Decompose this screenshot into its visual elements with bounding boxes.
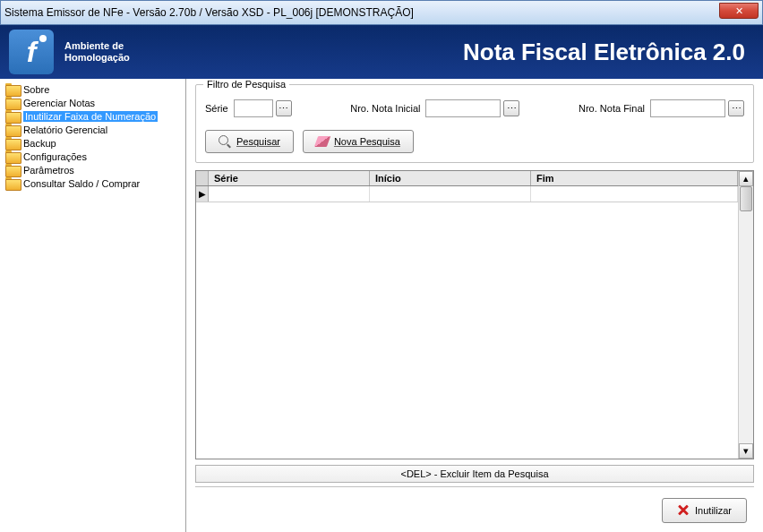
- close-icon: ✕: [735, 5, 743, 17]
- nota-final-lookup-button[interactable]: ⋯: [728, 100, 744, 116]
- results-grid: Série Início Fim ▶ ▴ ▾: [195, 170, 754, 459]
- sidebar-item-consultar-saldo[interactable]: Consultar Saldo / Comprar: [2, 176, 184, 190]
- chevron-up-icon: ▴: [743, 173, 749, 184]
- sidebar-item-gerenciar-notas[interactable]: Gerenciar Notas: [2, 96, 184, 109]
- filter-buttons-row: Pesquisar Nova Pesquisa: [205, 130, 744, 153]
- filter-legend: Filtro de Pesquisa: [203, 79, 289, 90]
- filter-fields-row: Série ⋯ Nro. Nota Inicial ⋯ Nro.: [205, 99, 744, 117]
- eraser-icon: [314, 136, 330, 147]
- hint-bar: <DEL> - Excluir Item da Pesquisa: [195, 465, 754, 483]
- filter-groupbox: Filtro de Pesquisa Série ⋯ Nro. Nota Ini…: [195, 84, 754, 163]
- sidebar-item-configuracoes[interactable]: Configurações: [2, 150, 184, 163]
- window-titlebar: Sistema Emissor de NFe - Versão 2.70b / …: [0, 0, 763, 25]
- window-title: Sistema Emissor de NFe - Versão 2.70b / …: [4, 6, 414, 19]
- folder-icon: [5, 97, 20, 108]
- column-header-serie[interactable]: Série: [209, 171, 370, 185]
- inutilizar-button[interactable]: Inutilizar: [662, 498, 747, 523]
- folder-icon: [5, 83, 20, 95]
- folder-icon: [5, 124, 20, 135]
- app-title: Nota Fiscal Eletrônica 2.0: [463, 39, 745, 66]
- scroll-up-button[interactable]: ▴: [739, 171, 753, 186]
- nota-final-input[interactable]: [650, 99, 725, 117]
- folder-icon: [5, 150, 20, 162]
- app-header: f Ambiente de Homologação Nota Fiscal El…: [0, 25, 763, 79]
- field-nota-final: Nro. Nota Final ⋯: [579, 99, 744, 117]
- sidebar-item-parametros[interactable]: Parâmetros: [2, 163, 184, 176]
- footer-row: Inutilizar: [195, 498, 754, 523]
- folder-icon: [5, 110, 20, 122]
- nota-final-label: Nro. Nota Final: [579, 103, 645, 114]
- field-nota-inicial: Nro. Nota Inicial ⋯: [350, 99, 519, 117]
- scroll-down-button[interactable]: ▾: [739, 443, 753, 459]
- pesquisar-button[interactable]: Pesquisar: [205, 130, 294, 153]
- grid-header: Série Início Fim: [196, 171, 738, 186]
- logo-letter: f: [27, 36, 37, 69]
- cancel-icon: [677, 504, 690, 517]
- main-content: Filtro de Pesquisa Série ⋯ Nro. Nota Ini…: [186, 79, 763, 532]
- window-close-button[interactable]: ✕: [719, 3, 759, 19]
- grid-gutter-header: [196, 171, 209, 185]
- folder-icon: [5, 177, 20, 189]
- grid-row[interactable]: ▶: [196, 186, 738, 202]
- row-indicator-icon: ▶: [196, 186, 209, 202]
- column-header-fim[interactable]: Fim: [531, 171, 738, 185]
- vertical-scrollbar[interactable]: ▴ ▾: [738, 171, 753, 459]
- serie-lookup-button[interactable]: ⋯: [276, 100, 292, 116]
- ellipsis-icon: ⋯: [732, 104, 742, 114]
- sidebar-item-inutilizar-faixa[interactable]: Inutilizar Faixa de Numeração: [2, 109, 184, 123]
- cell-inicio[interactable]: [370, 186, 531, 202]
- environment-label: Ambiente de Homologação: [64, 40, 130, 64]
- nova-pesquisa-button[interactable]: Nova Pesquisa: [303, 130, 414, 153]
- column-header-inicio[interactable]: Início: [370, 171, 531, 185]
- scroll-thumb[interactable]: [740, 186, 752, 211]
- chevron-down-icon: ▾: [743, 445, 749, 457]
- search-icon: [219, 135, 231, 148]
- cell-serie[interactable]: [209, 186, 370, 202]
- sidebar-item-backup[interactable]: Backup: [2, 136, 184, 150]
- scroll-track[interactable]: [739, 186, 753, 443]
- logo-dot-icon: [39, 35, 47, 42]
- folder-icon: [5, 137, 20, 149]
- ellipsis-icon: ⋯: [507, 104, 517, 114]
- folder-icon: [5, 164, 20, 176]
- sidebar-tree: Sobre Gerenciar Notas Inutilizar Faixa d…: [0, 79, 186, 532]
- sidebar-item-relatorio-gerencial[interactable]: Relatório Gerencial: [2, 123, 184, 136]
- nota-inicial-lookup-button[interactable]: ⋯: [503, 100, 519, 116]
- ellipsis-icon: ⋯: [279, 104, 288, 114]
- separator: [195, 486, 754, 489]
- nota-inicial-label: Nro. Nota Inicial: [350, 103, 420, 114]
- serie-label: Série: [205, 103, 228, 114]
- nota-inicial-input[interactable]: [425, 99, 501, 117]
- sidebar-item-sobre[interactable]: Sobre: [2, 82, 184, 96]
- serie-input[interactable]: [234, 99, 273, 117]
- cell-fim[interactable]: [531, 186, 738, 202]
- app-logo: f: [9, 30, 54, 74]
- field-serie: Série ⋯: [205, 99, 292, 117]
